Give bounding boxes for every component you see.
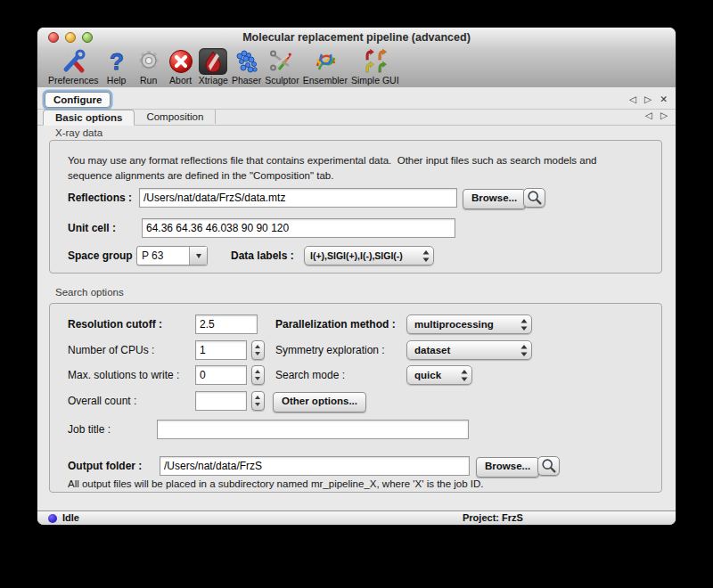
page-scroll-left-icon[interactable]: ◁	[645, 110, 652, 120]
other-options-button[interactable]: Other options...	[273, 392, 366, 412]
tab-close-icon[interactable]: ✕	[660, 92, 668, 106]
toolbar-button-ensembler[interactable]: Ensembler	[303, 48, 348, 86]
output-note: All output files will be placed in a sub…	[68, 478, 484, 489]
toolbar-button-preferences[interactable]: Preferences	[48, 48, 99, 86]
tab-scroll-left-icon[interactable]: ◁	[629, 92, 636, 106]
resolution-cutoff-input[interactable]	[195, 314, 258, 334]
max-solutions-input[interactable]	[195, 365, 247, 385]
combo-dropdown-icon[interactable]	[189, 247, 207, 265]
run-icon	[135, 48, 163, 75]
reflections-input[interactable]	[139, 188, 457, 208]
num-cpus-stepper[interactable]	[251, 340, 265, 360]
resolution-cutoff-label: Resolution cutoff :	[68, 314, 162, 334]
max-solutions-stepper[interactable]	[251, 365, 265, 385]
help-icon: ?	[102, 48, 131, 75]
overall-count-input[interactable]	[195, 391, 247, 411]
parallelization-label: Parallelization method :	[275, 314, 396, 334]
xray-groupbox: You may use any format reflections file …	[49, 140, 662, 274]
output-folder-inspect-button[interactable]	[537, 456, 560, 476]
page-tab-bar: Basic options Composition ◁ ▷	[37, 109, 676, 126]
zoom-window-button[interactable]	[82, 32, 93, 43]
symmetry-label: Symmetry exploration :	[275, 340, 385, 360]
tab-scroll-right-icon[interactable]: ▷	[644, 92, 652, 106]
sculptor-icon	[267, 48, 296, 75]
space-group-label: Space group :	[68, 246, 139, 265]
job-title-input[interactable]	[157, 420, 469, 439]
toolbar-button-help[interactable]: ? Help	[102, 48, 131, 86]
symmetry-popup[interactable]: dataset	[406, 340, 532, 360]
output-folder-input[interactable]	[160, 456, 470, 476]
magnifier-icon	[526, 189, 544, 207]
window-controls	[48, 32, 93, 43]
preferences-icon	[59, 48, 87, 75]
search-section-title: Search options	[55, 287, 124, 298]
output-folder-label: Output folder :	[68, 456, 142, 476]
page-scroll-right-icon[interactable]: ▷	[660, 110, 668, 120]
search-groupbox: Resolution cutoff : Parallelization meth…	[49, 303, 662, 493]
output-folder-browse-button[interactable]: Browse...	[476, 457, 539, 478]
xray-section-title: X-ray data	[55, 127, 102, 138]
desktop-background: Molecular replacement pipeline (advanced…	[0, 0, 713, 588]
popup-arrows-icon	[516, 345, 531, 356]
toolbar-button-abort[interactable]: Abort	[167, 48, 195, 86]
overall-count-label: Overall count :	[68, 391, 136, 411]
popup-arrows-icon	[456, 370, 471, 381]
toolbar-button-run[interactable]: Run	[135, 48, 163, 86]
titlebar[interactable]: Molecular replacement pipeline (advanced…	[37, 28, 676, 47]
document-tab-bar: Configure ◁ ▷ ✕	[37, 90, 676, 110]
project-label: Project: FrzS	[463, 511, 523, 525]
num-cpus-input[interactable]	[195, 340, 247, 360]
abort-icon	[167, 48, 195, 75]
toolbar: Preferences ? Help	[37, 47, 676, 88]
tab-basic-options[interactable]: Basic options	[43, 110, 135, 126]
unit-cell-label: Unit cell :	[68, 218, 116, 238]
search-mode-label: Search mode :	[275, 365, 345, 385]
minimize-window-button[interactable]	[65, 32, 76, 43]
max-solutions-label: Max. solutions to write :	[68, 365, 179, 385]
window-title: Molecular replacement pipeline (advanced…	[37, 28, 676, 47]
configure-tab[interactable]: Configure	[45, 92, 111, 108]
overall-count-stepper[interactable]	[251, 391, 265, 411]
toolbar-button-sculptor[interactable]: Sculptor	[265, 48, 299, 86]
popup-arrows-icon	[418, 250, 433, 262]
magnifier-icon	[540, 457, 558, 475]
reflections-browse-button[interactable]: Browse...	[463, 189, 526, 209]
svg-text:?: ?	[110, 48, 124, 75]
ensembler-icon	[311, 48, 340, 75]
popup-arrows-icon	[516, 319, 531, 331]
search-mode-popup[interactable]: quick	[406, 365, 472, 385]
phaser-icon	[233, 48, 261, 75]
status-text: Idle	[62, 511, 79, 525]
data-labels-label: Data labels :	[231, 246, 294, 265]
reflections-label: Reflections :	[68, 188, 132, 208]
parallelization-popup[interactable]: multiprocessing	[406, 314, 532, 334]
job-title-label: Job title :	[68, 420, 111, 439]
main-content: Configure ◁ ▷ ✕ Basic options Compositio…	[37, 87, 676, 510]
unit-cell-input[interactable]	[142, 218, 455, 238]
toolbar-button-phaser[interactable]: Phaser	[232, 48, 261, 86]
toolbar-button-simple-gui[interactable]: Simple GUI	[351, 48, 399, 86]
app-window: Molecular replacement pipeline (advanced…	[37, 28, 676, 525]
reflections-inspect-button[interactable]	[523, 188, 545, 208]
status-bar: Idle Project: FrzS	[37, 510, 676, 525]
xtriage-icon	[199, 48, 227, 75]
xray-description: You may use any format reflections file …	[68, 153, 596, 184]
status-indicator-icon	[48, 514, 57, 523]
num-cpus-label: Number of CPUs :	[68, 340, 154, 360]
simple-gui-icon	[361, 48, 389, 75]
space-group-combobox[interactable]: P 63	[136, 246, 208, 265]
tab-composition[interactable]: Composition	[135, 110, 216, 124]
data-labels-popup[interactable]: I(+),SIGI(+),I(-),SIGI(-)	[304, 246, 434, 265]
close-window-button[interactable]	[48, 32, 59, 43]
toolbar-button-xtriage[interactable]: Xtriage	[199, 48, 228, 86]
